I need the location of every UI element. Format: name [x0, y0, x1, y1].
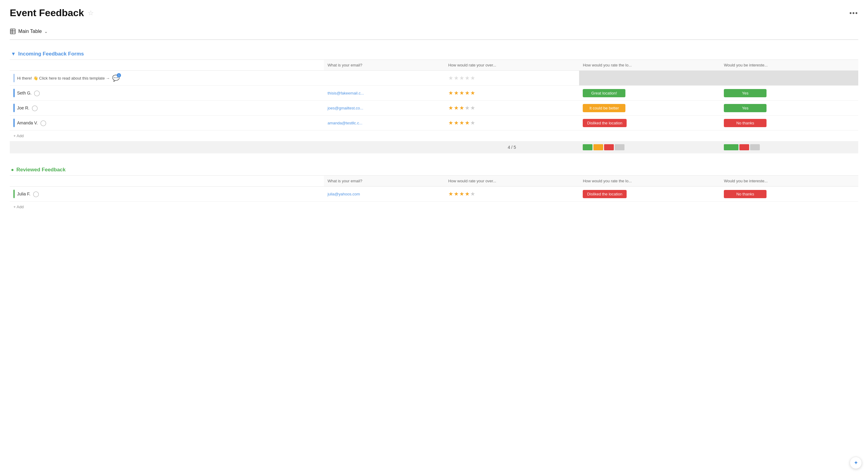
add-row-label-reviewed[interactable]: + Add: [10, 202, 858, 212]
chat-badge: 1: [117, 73, 121, 78]
location-cell-amanda: Disliked the location: [579, 116, 720, 130]
add-row-label[interactable]: + Add: [10, 130, 858, 142]
star-2: ★: [454, 75, 459, 81]
col-header-location: How would you rate the lo...: [579, 60, 720, 71]
star-5: ★: [470, 75, 475, 81]
name-cell-joe: Joe R. ◯: [10, 100, 324, 116]
bar-gray: [615, 144, 624, 150]
stars-cell-julia: ★ ★ ★ ★ ★: [445, 186, 579, 202]
star-5: ★: [470, 120, 475, 126]
star-4: ★: [465, 190, 470, 197]
table-row: Amanda V. ◯ amanda@testllc.c... ★ ★ ★ ★ …: [10, 116, 858, 130]
table-row: Julia F. ◯ julia@yahoos.com ★ ★ ★ ★ ★ Di…: [10, 186, 858, 202]
name-cell-template: Hi there! 👋 Click here to read about thi…: [10, 71, 324, 86]
col-header-overall-reviewed: How would rate your over...: [445, 176, 579, 186]
interested-badge-amanda: No thanks: [724, 119, 767, 127]
location-cell-julia: Disliked the location: [579, 186, 720, 202]
chat-icon-template[interactable]: 💬 1: [112, 75, 120, 82]
chat-icon-amanda[interactable]: ◯: [40, 120, 46, 126]
interested-cell-amanda: No thanks: [720, 116, 858, 130]
more-menu-button[interactable]: •••: [849, 9, 858, 17]
star-4: ★: [465, 75, 470, 81]
star-4: ★: [465, 90, 470, 96]
summary-interested-cell: [720, 141, 858, 153]
location-badge-amanda: Disliked the location: [583, 119, 627, 127]
star-3: ★: [459, 190, 464, 197]
group-separator: [10, 153, 858, 163]
table-row: Hi there! 👋 Click here to read about thi…: [10, 71, 858, 86]
group-toggle-incoming[interactable]: ▼: [11, 51, 16, 57]
view-label: Main Table: [18, 29, 42, 34]
stars-cell-joe: ★ ★ ★ ★ ★: [445, 100, 579, 116]
stars-cell-seth: ★ ★ ★ ★ ★: [445, 86, 579, 100]
row-color-bar: [13, 74, 14, 82]
add-row-reviewed[interactable]: + Add: [10, 202, 858, 212]
interested-badge-julia: No thanks: [724, 190, 767, 198]
email-cell-julia: julia@yahoos.com: [324, 186, 445, 202]
name-cell-seth: Seth G. ◯: [10, 86, 324, 100]
summary-name-cell: [10, 141, 324, 153]
star-3: ★: [459, 75, 464, 81]
star-2: ★: [454, 190, 459, 197]
star-3: ★: [459, 90, 464, 96]
star-5: ★: [470, 190, 475, 197]
add-row-incoming[interactable]: + Add: [10, 130, 858, 142]
col-header-name: [10, 60, 324, 71]
star-1: ★: [448, 190, 453, 197]
interested-summary-bar: [724, 144, 855, 150]
group-toggle-reviewed[interactable]: ●: [11, 167, 14, 173]
page-title: Event Feedback: [10, 7, 84, 19]
star-5: ★: [470, 90, 475, 96]
chat-icon-seth[interactable]: ◯: [34, 90, 40, 96]
group-name-reviewed: Reviewed Feedback: [17, 167, 66, 173]
summary-location-cell: [579, 141, 720, 153]
bar-red: [604, 144, 614, 150]
col-header-interested-reviewed: Would you be intereste...: [720, 176, 858, 186]
star-2: ★: [454, 105, 459, 111]
interested-badge-seth: Yes: [724, 89, 767, 97]
col-header-overall: How would rate your over...: [445, 60, 579, 71]
stars-cell-template: ★ ★ ★ ★ ★: [445, 71, 579, 86]
star-3: ★: [459, 120, 464, 126]
favorite-icon[interactable]: ☆: [88, 9, 94, 17]
view-dropdown-chevron[interactable]: ⌄: [44, 29, 48, 34]
bar-red: [739, 144, 749, 150]
col-header-email-reviewed: What is your email?: [324, 176, 445, 186]
chat-icon-julia[interactable]: ◯: [33, 190, 39, 197]
name-cell-amanda: Amanda V. ◯: [10, 116, 324, 130]
group-header-incoming: ▼ Incoming Feedback Forms: [10, 47, 858, 60]
star-3: ★: [459, 105, 464, 111]
row-name-joe: Joe R.: [17, 106, 29, 110]
row-name-amanda: Amanda V.: [17, 120, 38, 125]
star-1: ★: [448, 105, 453, 111]
table-view-icon: [10, 28, 16, 34]
group-header-reviewed: ● Reviewed Feedback: [10, 163, 858, 176]
bar-orange: [593, 144, 603, 150]
toolbar: Main Table ⌄: [10, 28, 858, 40]
column-headers-reviewed: What is your email? How would rate your …: [10, 176, 858, 186]
row-color-bar: [13, 119, 14, 127]
row-name-julia: Julia F.: [17, 191, 30, 196]
interested-cell-seth: Yes: [720, 86, 858, 100]
row-color-bar: [13, 103, 14, 112]
col-header-name-reviewed: [10, 176, 324, 186]
template-text[interactable]: Hi there! 👋 Click here to read about thi…: [17, 76, 110, 81]
table-row: Joe R. ◯ joes@gmailtest.co... ★ ★ ★ ★ ★ …: [10, 100, 858, 116]
summary-email-cell: [324, 141, 445, 153]
star-1: ★: [448, 120, 453, 126]
table-row: Seth G. ◯ thisis@fakeemail.c... ★ ★ ★ ★ …: [10, 86, 858, 100]
star-1: ★: [448, 90, 453, 96]
email-cell-amanda: amanda@testllc.c...: [324, 116, 445, 130]
summary-row-incoming: 4 / 5: [10, 141, 858, 153]
bar-green: [724, 144, 739, 150]
stars-cell-amanda: ★ ★ ★ ★ ★: [445, 116, 579, 130]
location-badge-julia: Disliked the location: [583, 190, 627, 198]
email-cell-seth: thisis@fakeemail.c...: [324, 86, 445, 100]
title-area: Event Feedback ☆: [10, 7, 94, 19]
row-color-bar: [13, 190, 14, 198]
main-table: ▼ Incoming Feedback Forms What is your e…: [10, 47, 858, 212]
chat-icon-joe[interactable]: ◯: [32, 105, 38, 111]
location-badge-seth: Great location!: [583, 89, 625, 97]
location-cell-template: [579, 71, 720, 86]
location-summary-bar: [583, 144, 716, 150]
